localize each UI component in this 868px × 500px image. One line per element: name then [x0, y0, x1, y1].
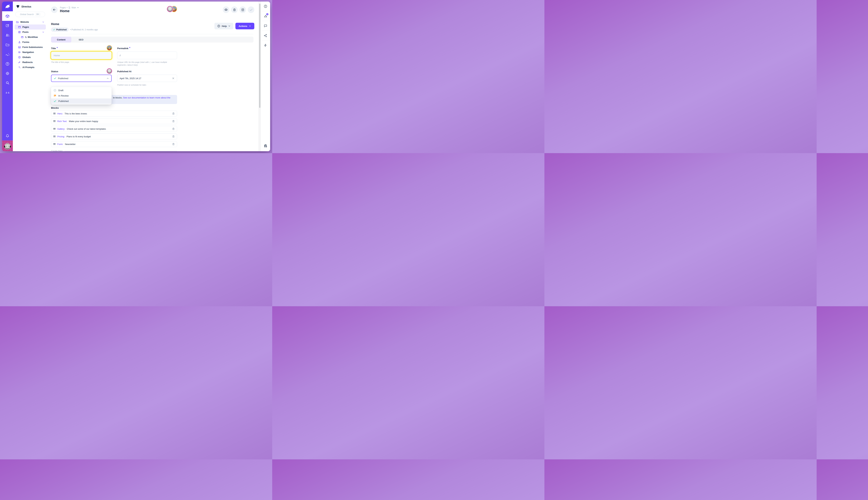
- collaborator-avatar-1[interactable]: [167, 7, 173, 12]
- share-panel-button[interactable]: [261, 31, 270, 41]
- global-search-input[interactable]: Global Search ⌘K: [15, 12, 45, 17]
- header-titles: Pages • Main Home: [60, 7, 79, 13]
- create-new-label[interactable]: Create New: [51, 150, 62, 151]
- status-badge: Published: [51, 27, 69, 32]
- actions-button[interactable]: Actions: [236, 23, 254, 29]
- sidebar-item-form-submissions[interactable]: Form Submissions: [14, 45, 46, 50]
- status-select[interactable]: Published: [51, 75, 112, 82]
- revisions-panel-button[interactable]: [261, 140, 270, 151]
- sidebar-item-globals[interactable]: Globals: [14, 55, 46, 60]
- back-button[interactable]: [51, 7, 58, 13]
- drag-handle-icon[interactable]: [53, 128, 56, 129]
- chevron-down-icon: [228, 25, 230, 27]
- sidebar-item-workflow[interactable]: 1. Workflow: [14, 35, 46, 39]
- collaborator-avatars: [167, 7, 176, 12]
- list-arrow-icon: [18, 51, 21, 54]
- published-at-input[interactable]: April 7th, 2025 14:17: [117, 75, 177, 82]
- sidebar-item-forms[interactable]: Forms: [14, 39, 46, 45]
- block-title: Plans to fit every budget: [67, 135, 91, 138]
- tab-content[interactable]: Content: [51, 37, 71, 43]
- breadcrumb-collection[interactable]: Pages: [60, 7, 66, 9]
- module-settings[interactable]: [2, 69, 13, 78]
- block-row-hero[interactable]: Hero: This is the bees knees: [51, 111, 177, 116]
- breadcrumb-version[interactable]: Main: [71, 7, 76, 9]
- module-docs[interactable]: [2, 59, 13, 69]
- save-button[interactable]: [248, 7, 254, 13]
- module-files[interactable]: [2, 40, 13, 49]
- status-option-draft[interactable]: Draft: [51, 88, 112, 93]
- archive-button[interactable]: [239, 7, 246, 13]
- current-user-avatar[interactable]: [2, 140, 13, 151]
- sidebar-item-website[interactable]: Website: [14, 20, 46, 24]
- main-scrollbar-track[interactable]: [259, 2, 261, 151]
- main-scrollbar-thumb[interactable]: [259, 4, 260, 108]
- status-option-published[interactable]: Published: [51, 99, 112, 104]
- module-users[interactable]: [2, 30, 13, 40]
- field-title: Title Home The title of this page.: [51, 47, 112, 66]
- drag-handle-icon[interactable]: [53, 113, 56, 114]
- block-type-label[interactable]: Rich Text:: [57, 120, 67, 123]
- trash-icon[interactable]: [172, 120, 175, 123]
- chevron-down-icon[interactable]: [42, 31, 44, 33]
- block-title: Check out some of our latest templates: [67, 128, 106, 130]
- clear-x-icon[interactable]: [172, 77, 175, 80]
- module-insights[interactable]: [2, 49, 13, 59]
- tab-seo[interactable]: SEO: [71, 37, 91, 43]
- tab-label: SEO: [79, 38, 83, 41]
- module-editor[interactable]: [2, 21, 13, 30]
- block-type-label[interactable]: Gallery:: [57, 128, 65, 130]
- sidebar-item-label: Redirects: [22, 61, 33, 64]
- preview-button[interactable]: [223, 7, 229, 13]
- article-icon: [18, 31, 21, 34]
- notifications-panel-button[interactable]: 3: [261, 11, 270, 21]
- kanban-icon: [21, 36, 24, 38]
- sidebar-item-pages[interactable]: Pages: [14, 24, 46, 30]
- edit-icon: [5, 24, 10, 27]
- help-button[interactable]: Help: [214, 23, 233, 29]
- title-input[interactable]: Home: [51, 52, 112, 59]
- project-brand: Directus: [13, 4, 48, 10]
- trash-icon[interactable]: [172, 112, 175, 115]
- drag-handle-icon[interactable]: [53, 144, 56, 145]
- status-option-in-review[interactable]: In Review: [51, 93, 112, 99]
- module-accessibility[interactable]: [2, 88, 13, 97]
- block-row-gallery[interactable]: Gallery: Check out some of our latest te…: [51, 126, 177, 132]
- info-panel-button[interactable]: [261, 2, 270, 11]
- title-input-value: Home: [54, 54, 60, 57]
- trash-icon[interactable]: [172, 135, 175, 138]
- drag-handle-icon[interactable]: [53, 136, 56, 137]
- sidebar-item-posts[interactable]: Posts: [14, 30, 46, 35]
- activity-panel-button[interactable]: [261, 41, 270, 50]
- navigation-sidebar: Directus Global Search ⌘K Website: [13, 2, 48, 151]
- sidebar-item-redirects[interactable]: Redirects: [14, 60, 46, 65]
- field-label-text: Permalink: [117, 47, 128, 50]
- trash-icon[interactable]: [172, 143, 175, 146]
- sidebar-item-navigation[interactable]: Navigation: [14, 50, 46, 55]
- editing-user-avatar: [107, 69, 112, 73]
- breadcrumb[interactable]: Pages • Main: [60, 7, 79, 9]
- drag-handle-icon[interactable]: [53, 121, 56, 122]
- block-type-label[interactable]: Form:: [57, 143, 63, 146]
- status-option-label: Published: [58, 100, 69, 102]
- delete-button[interactable]: [231, 7, 238, 13]
- chevron-down-icon[interactable]: [42, 21, 44, 23]
- module-content[interactable]: [2, 11, 13, 21]
- block-row-form[interactable]: Form: Newsletter: [51, 141, 177, 147]
- directus-logo-tile[interactable]: [2, 2, 13, 11]
- comments-panel-button[interactable]: [261, 21, 270, 31]
- block-row-pricing[interactable]: Pricing: Plans to fit every budget: [51, 134, 177, 139]
- inbox-icon: [18, 46, 21, 49]
- rabbit-logo-icon: [5, 4, 10, 9]
- sidebar-item-ai-prompts[interactable]: AI Prompts: [14, 65, 46, 70]
- user-face-illustration: [2, 141, 13, 151]
- block-type-label[interactable]: Pricing:: [57, 135, 65, 138]
- module-bar-spacer: [2, 97, 13, 131]
- published-at-value: April 7th, 2025 14:17: [119, 77, 141, 80]
- module-search[interactable]: [2, 78, 13, 88]
- block-type-label[interactable]: Hero:: [57, 112, 63, 115]
- trash-icon[interactable]: [172, 127, 175, 130]
- block-row-rich-text[interactable]: Rich Text: Make your entire team happy: [51, 118, 177, 124]
- notifications-bell[interactable]: [2, 131, 13, 140]
- permalink-input[interactable]: /: [117, 52, 177, 59]
- create-new-row[interactable]: Create New: [51, 150, 177, 151]
